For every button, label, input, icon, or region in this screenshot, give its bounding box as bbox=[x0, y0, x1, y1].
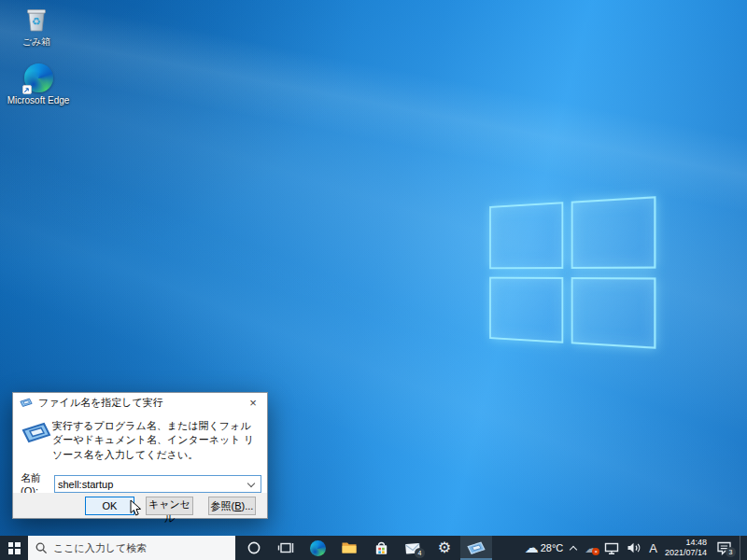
taskbar-button-cortana[interactable] bbox=[238, 536, 270, 560]
volume-control[interactable] bbox=[627, 541, 641, 554]
search-icon bbox=[35, 542, 48, 554]
ime-indicator[interactable]: A bbox=[649, 541, 657, 555]
speaker-icon bbox=[627, 541, 641, 554]
task-view-icon bbox=[277, 540, 294, 555]
run-icon bbox=[467, 541, 486, 555]
store-icon bbox=[374, 540, 389, 556]
system-tray: ☁ 28°C ☁ × A 14:48 2021/07/14 bbox=[525, 536, 747, 560]
taskbar-button-task-view[interactable] bbox=[270, 536, 302, 560]
network-icon bbox=[604, 541, 619, 555]
taskbar-button-edge[interactable] bbox=[302, 536, 333, 560]
hidden-icons-chevron[interactable] bbox=[571, 545, 577, 552]
ime-mode-label: A bbox=[649, 541, 657, 555]
taskbar-search-box[interactable] bbox=[28, 536, 235, 560]
windows-start-icon bbox=[8, 542, 21, 554]
taskbar-button-file-explorer[interactable] bbox=[333, 536, 365, 560]
taskbar-button-store[interactable] bbox=[365, 536, 397, 560]
shortcut-arrow-icon bbox=[22, 85, 32, 94]
desktop-icon-microsoft-edge[interactable]: Microsoft Edge bbox=[6, 63, 71, 105]
temperature-label: 28°C bbox=[541, 542, 564, 553]
clock-time: 14:48 bbox=[665, 538, 707, 548]
start-button[interactable] bbox=[0, 536, 28, 560]
svg-text:♻: ♻ bbox=[32, 16, 41, 28]
edge-icon bbox=[310, 540, 326, 556]
windows-logo-pane bbox=[571, 277, 655, 349]
action-center-button[interactable]: 3 bbox=[716, 540, 732, 555]
run-dialog-footer: OK キャンセル 参照(B)... bbox=[13, 493, 267, 518]
run-command-combobox[interactable] bbox=[54, 475, 261, 493]
file-explorer-icon bbox=[341, 540, 358, 555]
onedrive-status[interactable]: ☁ × bbox=[585, 542, 597, 554]
windows-logo-pane bbox=[489, 276, 563, 343]
close-icon[interactable]: × bbox=[239, 393, 267, 413]
gear-icon: ⚙ bbox=[438, 540, 451, 555]
taskbar-button-run-active[interactable] bbox=[460, 536, 492, 560]
run-dialog-icon bbox=[20, 398, 33, 408]
taskbar-button-mail[interactable]: 4 bbox=[397, 536, 429, 560]
search-input[interactable] bbox=[53, 542, 212, 553]
run-dialog: ファイル名を指定して実行 × 実行するプログラム名、または開くフォルダーやドキュ… bbox=[12, 392, 268, 519]
run-icon bbox=[21, 421, 51, 445]
browse-button[interactable]: 参照(B)... bbox=[208, 497, 256, 515]
onedrive-error-badge: × bbox=[592, 548, 599, 555]
ok-button[interactable]: OK bbox=[85, 497, 134, 515]
network-status[interactable] bbox=[604, 541, 619, 555]
windows-logo-pane bbox=[571, 196, 655, 268]
clock-date: 2021/07/14 bbox=[665, 548, 707, 558]
weather-widget[interactable]: ☁ 28°C bbox=[525, 541, 564, 555]
windows-logo-pane bbox=[489, 202, 563, 269]
desktop-icon-label: Microsoft Edge bbox=[7, 95, 70, 105]
desktop-icon-label: ごみ箱 bbox=[22, 35, 50, 49]
recycle-bin-icon: ♻ bbox=[23, 5, 49, 33]
desktop-icon-recycle-bin[interactable]: ♻ ごみ箱 bbox=[9, 5, 63, 49]
taskbar-app-icons: 4 ⚙ bbox=[238, 536, 492, 560]
run-dialog-titlebar[interactable]: ファイル名を指定して実行 × bbox=[13, 393, 267, 413]
show-desktop-button[interactable] bbox=[740, 536, 743, 560]
taskbar-button-settings[interactable]: ⚙ bbox=[429, 536, 460, 560]
run-dialog-description: 実行するプログラム名、または開くフォルダーやドキュメント名、インターネット リソ… bbox=[52, 419, 258, 462]
windows-logo bbox=[489, 196, 655, 349]
chevron-down-icon[interactable] bbox=[247, 481, 255, 488]
chevron-up-icon bbox=[571, 545, 577, 552]
taskbar-clock[interactable]: 14:48 2021/07/14 bbox=[665, 538, 707, 559]
run-dialog-title: ファイル名を指定して実行 bbox=[38, 396, 163, 410]
mail-badge: 4 bbox=[415, 548, 425, 558]
action-center-badge: 3 bbox=[726, 547, 736, 557]
cancel-button[interactable]: キャンセル bbox=[146, 497, 193, 515]
weather-cloud-icon: ☁ bbox=[525, 541, 539, 555]
run-command-input[interactable] bbox=[55, 477, 247, 491]
edge-icon bbox=[24, 63, 53, 92]
taskbar: 4 ⚙ ☁ 28°C ☁ × bbox=[0, 536, 747, 560]
cortana-icon bbox=[247, 540, 261, 555]
